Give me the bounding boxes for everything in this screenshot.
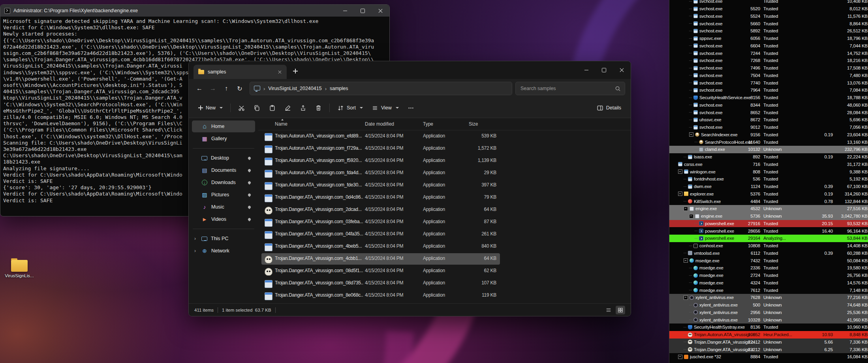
details-button[interactable]: Details — [593, 102, 625, 114]
process-row[interactable]: xylent_antivirus.exe500Unknown74,648 KB — [669, 301, 868, 309]
view-button[interactable]: View — [368, 102, 403, 114]
process-row[interactable]: msedge.exe7432Trusted50,084 KB — [669, 257, 868, 264]
file-row[interactable]: Trojan.Autorun.ATA_virussign.com_f5920..… — [258, 155, 631, 167]
column-header-name[interactable]: Name — [275, 121, 287, 127]
process-row[interactable]: svchost.exe7496Trusted17,508 KB — [669, 64, 868, 72]
sort-button[interactable]: Sort — [333, 102, 367, 114]
process-row[interactable]: msedge.exe2724Trusted26,756 KB — [669, 272, 868, 279]
terminal-titlebar[interactable]: Administrator: C:\Program Files\Xylent\b… — [0, 5, 389, 17]
process-row[interactable]: sppsvc.exe6056Trusted18,796 KB — [669, 35, 868, 42]
collapse-expander-icon[interactable] — [689, 214, 693, 218]
process-row[interactable]: engine.exe4532Unknown27,516 KB — [669, 205, 868, 213]
process-row[interactable]: svchost.exe8344Trusted48,060 KB — [669, 102, 868, 109]
cut-button[interactable] — [234, 102, 249, 114]
process-row[interactable]: svchost.exe5660Trusted8,864 KB — [669, 20, 868, 27]
process-row[interactable]: clamd.exe10132Unknown232,796 KB — [669, 146, 868, 153]
breadcrumb-item-parent[interactable]: VirusSignList_20240415 — [268, 86, 321, 91]
process-row[interactable]: svchost.exe5892Trusted26,512 KB — [669, 27, 868, 35]
process-row[interactable]: msedge.exe4324Trusted14,576 KB — [669, 279, 868, 287]
search-input[interactable] — [520, 85, 615, 92]
sidebar-item-network[interactable]: Network — [192, 245, 255, 257]
terminal-maximize-button[interactable] — [354, 5, 372, 17]
collapse-expander-icon[interactable] — [684, 207, 688, 211]
tab-samples[interactable]: samples — [194, 65, 287, 79]
column-header-date[interactable]: Date modified — [365, 121, 394, 127]
sidebar-item-gallery[interactable]: Gallery — [192, 133, 255, 145]
file-row[interactable]: Trojan.Danger.ATA_virussign.com_0d4c86..… — [258, 192, 631, 204]
forward-button[interactable] — [206, 82, 220, 95]
new-button[interactable]: New — [194, 102, 227, 113]
file-row[interactable]: Trojan.Danger.ATA_virussign.com_03feba..… — [258, 216, 631, 228]
sidebar-item-desktop[interactable]: Desktop — [192, 152, 255, 164]
collapse-expander-icon[interactable] — [684, 295, 688, 300]
sidebar-item-this-pc[interactable]: This PC — [192, 233, 255, 245]
collapse-expander-icon[interactable] — [689, 132, 693, 137]
process-row[interactable]: winlogon.exe808Trusted9,388 KB — [669, 168, 868, 175]
details-view-toggle[interactable] — [604, 306, 613, 314]
explorer-maximize-button[interactable] — [595, 61, 613, 79]
file-row[interactable]: Trojan.Autorun.ATA_virussign.com_fda4d..… — [258, 167, 631, 179]
thumbnail-view-toggle[interactable] — [616, 306, 625, 314]
file-row[interactable]: Trojan.Danger.ATA_virussign.com_4cbb1...… — [258, 253, 631, 265]
breadcrumb-item-current[interactable]: samples — [330, 86, 348, 91]
delete-button[interactable] — [311, 102, 326, 114]
process-row[interactable]: svchost.exe9012Trusted7,056 KB — [669, 124, 868, 131]
collapse-expander-icon[interactable] — [678, 355, 682, 359]
process-row[interactable]: Trojan.Danger.ATA_virussign.com_4...2321… — [669, 346, 868, 353]
process-row[interactable]: SecurityHealthSystray.exe8136Trusted10,9… — [669, 324, 868, 331]
back-button[interactable] — [193, 82, 206, 95]
process-row[interactable]: SearchIndexer.exe9156Trusted0.1923,604 K… — [669, 131, 868, 139]
file-row[interactable]: Trojan.Danger.ATA_virussign.com_2dcad...… — [258, 204, 631, 216]
up-button[interactable] — [220, 82, 233, 95]
process-row[interactable]: fontdrvhost.exe536Trusted5,192 KB — [669, 175, 868, 183]
paste-button[interactable] — [265, 102, 280, 114]
process-row[interactable]: explorer.exe5376Trusted0.19314,260 KB — [669, 190, 868, 198]
collapse-expander-icon[interactable] — [678, 192, 682, 196]
sidebar-item-videos[interactable]: Videos — [192, 213, 255, 225]
process-row[interactable]: svchost.exe8652Trusted28,084 KB — [669, 109, 868, 116]
process-row[interactable]: svchost.exe7504Trusted7,480 KB — [669, 72, 868, 79]
address-bar[interactable]: VirusSignList_20240415 samples — [250, 82, 512, 95]
desktop-icon-virussignlist[interactable]: VirusSignLis... — [3, 260, 36, 278]
process-row[interactable]: svchost.exe6604Trusted7,044 KB — [669, 42, 868, 50]
process-row[interactable]: svchost.exe7964Trusted7,084 KB — [669, 87, 868, 94]
process-row[interactable]: csrss.exe716Trusted31,172 KB — [669, 161, 868, 168]
terminal-minimize-button[interactable] — [336, 5, 354, 17]
refresh-button[interactable] — [233, 82, 246, 95]
process-row[interactable]: jusched.exe *328884Trusted16,084 KB — [669, 353, 868, 361]
collapse-expander-icon[interactable] — [684, 258, 688, 263]
process-row[interactable]: msedge.exe2336Trusted19,580 KB — [669, 264, 868, 272]
column-header-type[interactable]: Type — [423, 121, 433, 127]
more-options-button[interactable] — [404, 102, 418, 114]
new-tab-button[interactable] — [290, 66, 301, 77]
process-row[interactable]: Trojan.Autorun.ATA_virussign.com_...1095… — [669, 331, 868, 339]
process-row[interactable]: powershell.exe28656Trusted16.4096,164 KB — [669, 227, 868, 235]
process-row[interactable]: svchost.exe5524Trusted11,576 KB — [669, 13, 868, 20]
rename-button[interactable] — [280, 102, 295, 114]
process-row[interactable]: SearchProtocolHost.exe11640Trusted13,160… — [669, 138, 868, 146]
process-row[interactable]: lsass.exe892Trusted0.1922,224 KB — [669, 153, 868, 161]
process-row[interactable]: vmtoolsd.exe6112Trusted0.3960,288 KB — [669, 250, 868, 257]
file-row[interactable]: Trojan.Danger.ATA_virussign.com_4beb5...… — [258, 241, 631, 253]
file-row[interactable]: Trojan.Danger.ATA_virussign.com_04fa35..… — [258, 228, 631, 241]
process-row[interactable]: msedge.exe7612Trusted7,148 KB — [669, 286, 868, 294]
process-row[interactable]: KillSwitch.exe4484Trusted0.78132,844 KB — [669, 197, 868, 205]
process-row[interactable]: svchost.exe5520Trusted8,012 KB — [669, 5, 868, 13]
search-box[interactable] — [515, 82, 625, 95]
collapse-expander-icon[interactable] — [678, 169, 682, 174]
process-row[interactable]: svchost.exe7268Trusted18,216 KB — [669, 57, 868, 64]
file-row[interactable]: Trojan.Autorun.ATA_virussign.com_efd89..… — [258, 130, 631, 143]
column-header-size[interactable]: Size — [469, 121, 478, 127]
sidebar-item-home[interactable]: Home — [192, 120, 255, 132]
sidebar-item-pictures[interactable]: Pictures — [192, 189, 255, 201]
process-row[interactable]: svchost.exeTrusted10,408 KB — [669, 0, 868, 5]
process-row[interactable]: dwm.exe1124Trusted0.3967,100 KB — [669, 183, 868, 190]
copy-button[interactable] — [250, 102, 264, 114]
file-row[interactable]: Trojan.Danger.ATA_virussign.com_8e068c..… — [258, 290, 631, 302]
explorer-titlebar[interactable]: samples — [189, 61, 631, 79]
terminal-close-button[interactable] — [372, 5, 389, 17]
process-row[interactable]: xylent_antivirus.exe10328Unknown41,960 K… — [669, 316, 868, 324]
file-row[interactable]: Trojan.Autorun.ATA_virussign.com_fde30..… — [258, 179, 631, 192]
process-row[interactable]: svchost.exe7244Trusted14,752 KB — [669, 49, 868, 57]
sidebar-item-music[interactable]: Music — [192, 201, 255, 213]
